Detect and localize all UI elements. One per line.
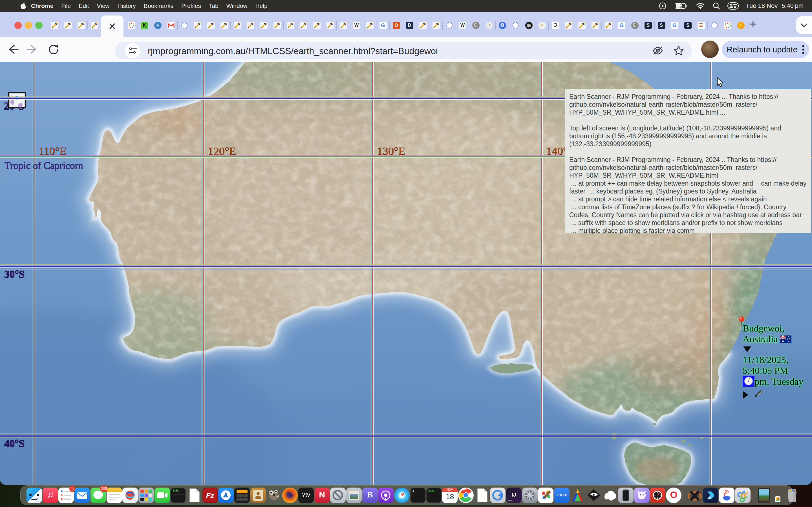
svg-text:110°E: 110°E — [39, 145, 66, 158]
svg-text:Tropic of Capricorn: Tropic of Capricorn — [4, 160, 83, 171]
svg-text:120°E: 120°E — [208, 145, 236, 158]
svg-text:40°S: 40°S — [4, 438, 24, 449]
svg-text:30°S: 30°S — [4, 269, 24, 280]
svg-text:130°E: 130°E — [377, 145, 405, 158]
